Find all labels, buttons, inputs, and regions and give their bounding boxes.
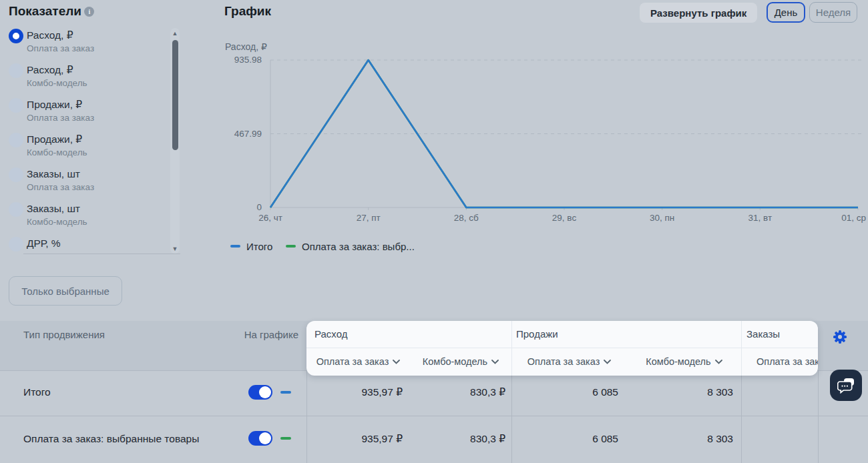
scroll-down-icon[interactable]: ▼ <box>172 246 178 252</box>
info-icon[interactable]: i <box>84 7 94 17</box>
metric-columns-panel: Расход Продажи Заказы Оплата за заказ Ко… <box>306 321 818 376</box>
line-chart <box>220 55 868 221</box>
y-axis-tick-label: 0 <box>220 202 262 212</box>
series-line-swatch <box>280 391 291 394</box>
row-name-total: Итого <box>23 386 51 398</box>
table-settings-button[interactable] <box>832 330 848 346</box>
metric-sublabel: Комбо-модель <box>27 147 87 157</box>
column-divider <box>511 370 512 463</box>
support-chat-button[interactable] <box>830 370 862 401</box>
radio[interactable] <box>9 133 23 147</box>
group-header-rashod: Расход <box>314 328 347 340</box>
metric-item-drr[interactable]: ДРР, % <box>9 236 162 254</box>
cell-rashod-oplata: 935,97 ₽ <box>307 386 403 398</box>
radio[interactable] <box>9 237 23 252</box>
metric-label: ДРР, % <box>27 238 61 250</box>
radio[interactable] <box>9 202 23 217</box>
x-axis-tick-label: 31, вт <box>730 213 790 223</box>
subcolumn-label: Комбо-модель <box>423 356 487 367</box>
period-week-button[interactable]: Неделя <box>809 2 857 23</box>
chevron-down-icon <box>393 360 400 364</box>
metrics-panel-title: Показатели <box>9 4 81 18</box>
row-divider <box>0 416 868 416</box>
chevron-down-icon <box>715 360 722 364</box>
group-header-zakazy: Заказы <box>746 328 780 340</box>
subcolumn-label: Комбо-модель <box>646 356 710 367</box>
cell-prodazhi-kombo: 8 303 <box>628 433 733 445</box>
metric-sublabel: Комбо-модель <box>27 217 87 227</box>
metric-item-zakazy-oplata[interactable]: Заказы, шт Оплата за заказ <box>9 167 162 201</box>
subcolumn-prodazhi-kombo[interactable]: Комбо-модель <box>627 348 741 376</box>
metric-label: Расход, ₽ <box>27 29 73 41</box>
subcolumn-rashod-oplata[interactable]: Оплата за заказ <box>307 348 409 376</box>
metric-sublabel: Оплата за заказ <box>27 113 94 123</box>
x-axis-tick-label: 27, пт <box>339 213 399 223</box>
toggle-knob <box>259 432 271 444</box>
divider <box>23 254 180 254</box>
gear-icon <box>833 330 847 344</box>
radio[interactable] <box>9 63 23 78</box>
cell-prodazhi-oplata: 6 085 <box>514 386 618 398</box>
scroll-up-icon[interactable]: ▲ <box>172 31 178 36</box>
metric-label: Расход, ₽ <box>27 64 73 76</box>
metric-sublabel: Комбо-модель <box>27 78 87 88</box>
y-axis-tick-label: 935.98 <box>220 55 262 65</box>
metric-item-rashod-oplata[interactable]: Расход, ₽ Оплата за заказ <box>9 28 162 63</box>
metric-label: Заказы, шт <box>27 203 80 215</box>
metric-sublabel: Оплата за заказ <box>27 182 94 192</box>
column-divider <box>306 370 307 463</box>
period-day-button[interactable]: День <box>767 2 805 23</box>
cell-prodazhi-oplata: 6 085 <box>514 433 618 445</box>
x-axis-tick-label: 01, ср <box>806 213 866 223</box>
subcolumn-label: Оплата за заказ <box>527 356 600 367</box>
cell-rashod-kombo: 830,3 ₽ <box>407 386 505 398</box>
metric-label: Продажи, ₽ <box>27 99 82 111</box>
metric-item-prodazhi-oplata[interactable]: Продажи, ₽ Оплата за заказ <box>9 97 162 132</box>
radio-selected[interactable] <box>9 29 23 43</box>
radio[interactable] <box>9 98 23 113</box>
group-header-prodazhi: Продажи <box>516 328 558 340</box>
chevron-down-icon <box>604 360 611 364</box>
cell-rashod-kombo: 830,3 ₽ <box>407 433 505 445</box>
on-chart-toggle[interactable] <box>248 385 272 400</box>
subcolumn-prodazhi-oplata[interactable]: Оплата за заказ <box>512 348 626 376</box>
scrollbar-thumb[interactable] <box>172 40 178 150</box>
column-header-on-chart: На графике <box>232 329 298 340</box>
x-axis-tick-label: 26, чт <box>240 213 300 223</box>
y-axis-tick-label: 467.99 <box>220 129 262 139</box>
chart-title: График <box>224 4 271 19</box>
legend-item-total[interactable]: Итого <box>230 240 272 253</box>
metric-label: Заказы, шт <box>27 168 80 180</box>
metric-label: Продажи, ₽ <box>27 133 82 145</box>
column-header-type: Тип продвижения <box>23 329 105 340</box>
subcolumn-rashod-kombo[interactable]: Комбо-модель <box>410 348 511 376</box>
only-selected-button[interactable]: Только выбранные <box>9 276 122 306</box>
series-line-swatch <box>280 437 291 440</box>
radio[interactable] <box>9 167 23 182</box>
toggle-knob <box>259 386 271 398</box>
subcolumn-label: Оплата за заказ <box>316 356 389 367</box>
legend-label: Оплата за заказ: выбр... <box>302 241 415 252</box>
metric-sublabel: Оплата за заказ <box>27 43 94 53</box>
chat-bubbles-icon <box>837 378 855 394</box>
x-axis-tick-label: 28, сб <box>436 213 496 223</box>
subcolumn-label: Оплата за заказ <box>756 356 818 367</box>
legend-item-oplata[interactable]: Оплата за заказ: выбр... <box>286 240 415 253</box>
on-chart-toggle[interactable] <box>248 431 272 446</box>
metric-item-rashod-kombo[interactable]: Расход, ₽ Комбо-модель <box>9 63 162 97</box>
x-axis-tick-label: 29, вс <box>534 213 594 223</box>
cell-prodazhi-kombo: 8 303 <box>628 386 733 398</box>
legend-label: Итого <box>246 241 272 252</box>
metric-item-zakazy-kombo[interactable]: Заказы, шт Комбо-модель <box>9 201 162 236</box>
legend-line-swatch <box>230 245 240 248</box>
subcolumn-zakazy-oplata[interactable]: Оплата за заказ <box>742 348 818 376</box>
x-axis-tick-label: 30, пн <box>632 213 692 223</box>
metric-item-prodazhi-kombo[interactable]: Продажи, ₽ Комбо-модель <box>9 132 162 167</box>
expand-chart-button[interactable]: Развернуть график <box>640 3 757 23</box>
y-axis-title: Расход, ₽ <box>225 41 267 52</box>
cell-rashod-oplata: 935,97 ₽ <box>307 433 403 445</box>
column-divider <box>818 370 819 463</box>
metrics-panel: Показатели i Расход, ₽ Оплата за заказ Р… <box>0 0 200 320</box>
chevron-down-icon <box>491 360 499 364</box>
row-name-oplata: Оплата за заказ: выбранные товары <box>23 433 199 445</box>
